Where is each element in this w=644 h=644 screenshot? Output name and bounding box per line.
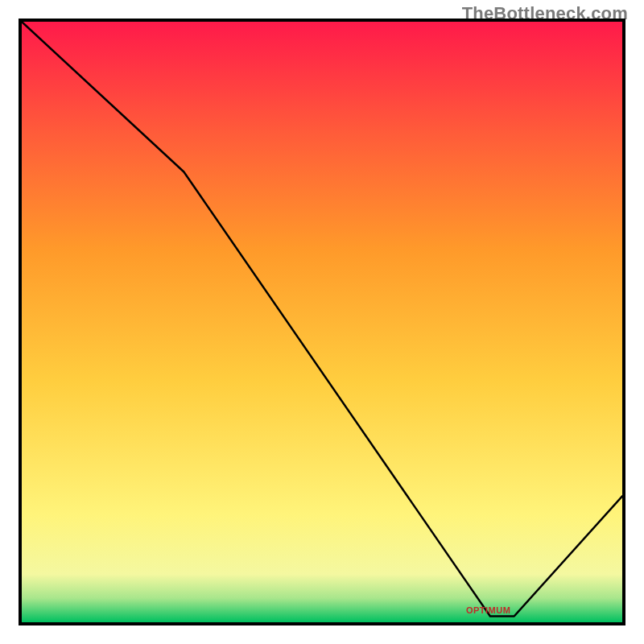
chart-frame: TheBottleneck.com OPTIMUM [0,0,644,644]
plot-area: OPTIMUM [19,19,625,625]
data-line [22,22,622,622]
annotation-label: OPTIMUM [466,605,510,615]
